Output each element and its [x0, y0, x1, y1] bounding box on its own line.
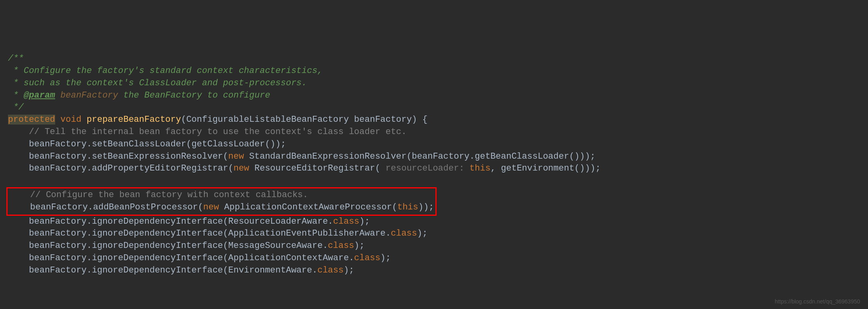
- code-line: ApplicationContextAwareProcessor(: [219, 202, 397, 212]
- code-line: );: [344, 265, 354, 275]
- code-line: );: [354, 241, 364, 251]
- keyword-class: class: [333, 217, 360, 226]
- javadoc-prefix: *: [8, 90, 24, 100]
- code-line: beanFactory.ignoreDependencyInterface(Ap…: [8, 228, 391, 238]
- code-line: ResourceEditorRegistrar(: [249, 163, 380, 173]
- comment-line: // Tell the internal bean factory to use…: [8, 127, 406, 137]
- comment-line: // Configure the bean factory with conte…: [9, 190, 308, 200]
- method-name: prepareBeanFactory: [87, 115, 181, 125]
- keyword-this: this: [397, 202, 418, 212]
- keyword-class: class: [391, 228, 417, 238]
- javadoc-param-tag: @param: [24, 90, 55, 100]
- javadoc-start: /**: [8, 54, 24, 63]
- code-line: );: [360, 217, 370, 226]
- code-line: beanFactory.setBeanClassLoader(getClassL…: [8, 139, 286, 149]
- code-line: beanFactory.addBeanPostProcessor(: [9, 202, 203, 212]
- javadoc-param-name: beanFactory: [55, 90, 118, 100]
- highlight-region: // Configure the bean factory with conte…: [6, 187, 437, 216]
- code-line: beanFactory.setBeanExpressionResolver(: [8, 152, 228, 161]
- keyword-class: class: [317, 265, 344, 275]
- keyword-protected: protected: [8, 115, 55, 125]
- keyword-this: this: [470, 163, 491, 173]
- code-line: );: [380, 253, 391, 263]
- keyword-new: new: [203, 202, 219, 212]
- keyword-class: class: [328, 241, 354, 251]
- keyword-new: new: [228, 152, 244, 161]
- param-hint: resourceLoader:: [380, 163, 469, 173]
- javadoc-param-desc: the BeanFactory to configure: [118, 90, 270, 100]
- keyword-class: class: [354, 253, 380, 263]
- method-params: (ConfigurableListableBeanFactory beanFac…: [181, 115, 428, 125]
- javadoc-end: */: [8, 102, 24, 112]
- code-line: , getEnvironment()));: [491, 163, 601, 173]
- code-line: );: [417, 228, 427, 238]
- code-line: ));: [418, 202, 434, 212]
- code-editor[interactable]: /** * Configure the factory's standard c…: [8, 53, 860, 276]
- javadoc-line: * such as the context's ClassLoader and …: [8, 78, 307, 88]
- code-line: beanFactory.ignoreDependencyInterface(En…: [8, 265, 317, 275]
- javadoc-line: * Configure the factory's standard conte…: [8, 66, 323, 76]
- watermark: https://blog.csdn.net/qq_36963950: [775, 298, 860, 306]
- code-line: beanFactory.addPropertyEditorRegistrar(: [8, 163, 234, 173]
- keyword-void: void: [55, 115, 87, 125]
- code-line: beanFactory.ignoreDependencyInterface(Ap…: [8, 253, 354, 263]
- code-line: StandardBeanExpressionResolver(beanFacto…: [244, 152, 595, 161]
- code-line: beanFactory.ignoreDependencyInterface(Me…: [8, 241, 328, 251]
- keyword-new: new: [234, 163, 249, 173]
- code-line: beanFactory.ignoreDependencyInterface(Re…: [8, 217, 333, 226]
